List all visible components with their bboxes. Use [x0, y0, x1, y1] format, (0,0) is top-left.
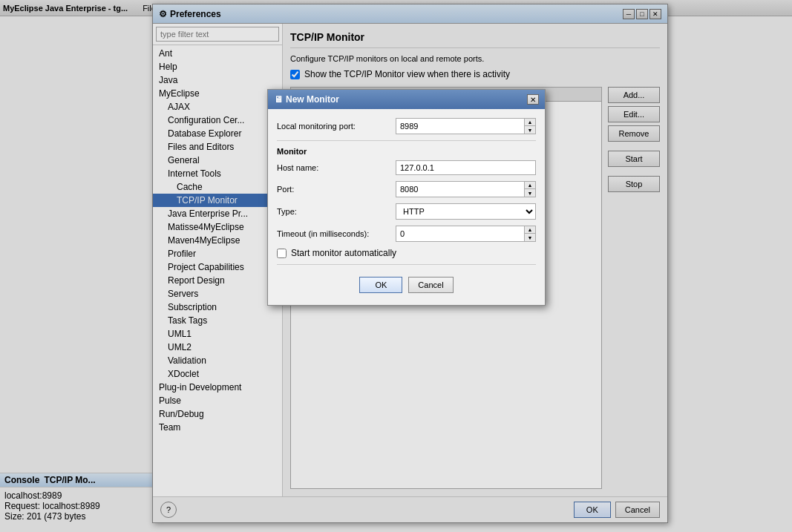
type-select[interactable]: HTTP HTTPS TCP/IP	[396, 203, 536, 220]
port-spinner: ▲ ▼	[524, 181, 536, 197]
new-monitor-cancel-button[interactable]: Cancel	[408, 277, 453, 293]
new-monitor-dialog: 🖥 New Monitor ✕ Local monitoring port: ▲…	[267, 89, 546, 306]
divider1	[277, 140, 536, 141]
local-port-input[interactable]	[396, 118, 524, 134]
timeout-input-wrap: ▲ ▼	[396, 226, 536, 242]
local-port-spinner: ▲ ▼	[524, 118, 536, 134]
new-monitor-titlebar: 🖥 New Monitor ✕	[268, 90, 545, 109]
monitor-section-title: Monitor	[277, 147, 536, 156]
type-select-wrap: HTTP HTTPS TCP/IP	[396, 203, 536, 220]
port-label: Port:	[277, 185, 396, 194]
new-monitor-footer-buttons: OK Cancel	[277, 271, 536, 296]
local-port-row: Local monitoring port: ▲ ▼	[277, 118, 536, 134]
auto-start-checkbox[interactable]	[277, 249, 287, 258]
timeout-spin-down[interactable]: ▼	[525, 234, 535, 241]
port-input-wrap: ▲ ▼	[396, 181, 536, 197]
port-input[interactable]	[396, 181, 524, 197]
timeout-spinner: ▲ ▼	[524, 226, 536, 242]
local-port-spin-down[interactable]: ▼	[525, 126, 535, 134]
host-input-wrap	[396, 160, 536, 175]
auto-start-row: Start monitor automatically	[277, 248, 536, 258]
new-monitor-ok-button[interactable]: OK	[359, 277, 402, 293]
timeout-input[interactable]	[396, 226, 524, 242]
local-port-input-wrap: ▲ ▼	[396, 118, 536, 134]
port-spin-up[interactable]: ▲	[525, 182, 535, 189]
divider2	[277, 264, 536, 265]
host-input[interactable]	[396, 160, 536, 175]
type-label: Type:	[277, 207, 396, 216]
timeout-spin-up[interactable]: ▲	[525, 226, 535, 234]
port-row: Port: ▲ ▼	[277, 181, 536, 197]
timeout-label: Timeout (in milliseconds):	[277, 229, 396, 238]
host-row: Host name:	[277, 160, 536, 175]
local-port-spin-up[interactable]: ▲	[525, 119, 535, 126]
new-monitor-body: Local monitoring port: ▲ ▼ Monitor Host …	[268, 109, 545, 305]
host-label: Host name:	[277, 163, 396, 172]
auto-start-label: Start monitor automatically	[291, 248, 396, 258]
timeout-row: Timeout (in milliseconds): ▲ ▼	[277, 226, 536, 242]
new-monitor-close-button[interactable]: ✕	[527, 94, 539, 105]
port-spin-down[interactable]: ▼	[525, 189, 535, 197]
new-monitor-title: 🖥 New Monitor	[274, 94, 339, 105]
local-port-label: Local monitoring port:	[277, 122, 396, 131]
type-row: Type: HTTP HTTPS TCP/IP	[277, 203, 536, 220]
